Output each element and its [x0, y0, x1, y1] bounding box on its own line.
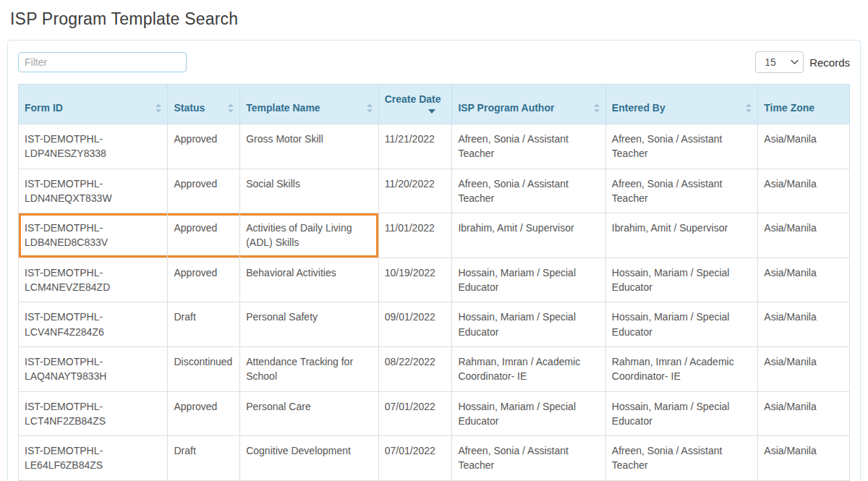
cell-form-id: IST-DEMOTPHL-LAQ4NAYT9833H	[19, 346, 168, 391]
column-header-form-id[interactable]: Form ID	[19, 85, 168, 124]
table-row[interactable]: IST-DEMOTPHL-LDB4NED8C833VApprovedActivi…	[19, 213, 850, 258]
column-header-isp-program-author[interactable]: ISP Program Author	[452, 85, 605, 124]
cell-status: Draft	[168, 302, 240, 347]
page-title: ISP Program Template Search	[10, 9, 868, 29]
cell-template-name: Behavioral Activities	[240, 257, 379, 302]
cell-entered-by: Afreen, Sonia / Assistant Teacher	[605, 169, 757, 213]
table-row[interactable]: IST-DEMOTPHL-LAQ4NAYT9833HDiscontinuedAt…	[19, 346, 850, 391]
cell-entered-by: Rahman, Imran / Academic Coordinator- IE	[605, 346, 757, 391]
cell-status: Approved	[168, 169, 240, 213]
cell-create-date: 09/01/2022	[378, 302, 452, 347]
cell-template-name: Personal Care	[240, 391, 379, 436]
cell-form-id: IST-DEMOTPHL-LDN4NEQXT833W	[19, 169, 168, 213]
cell-entered-by: Afreen, Sonia / Assistant Teacher	[605, 436, 757, 481]
cell-entered-by: Hossain, Mariam / Special Educator	[605, 391, 757, 436]
cell-create-date: 07/01/2022	[378, 436, 452, 481]
cell-create-date: 11/01/2022	[378, 213, 452, 258]
cell-isp-program-author: Ibrahim, Amit / Supervisor	[452, 213, 605, 258]
table-row[interactable]: IST-DEMOTPHL-LCV4NF4Z284Z6DraftPersonal …	[19, 302, 850, 347]
column-label: ISP Program Author	[458, 102, 554, 114]
cell-isp-program-author: Rahman, Imran / Academic Coordinator- IE	[452, 346, 605, 391]
column-header-time-zone: Time Zone	[758, 85, 850, 124]
cell-status: Approved	[168, 124, 240, 169]
column-header-template-name[interactable]: Template Name	[240, 85, 379, 124]
column-label: Form ID	[25, 102, 63, 114]
cell-create-date: 10/19/2022	[378, 257, 452, 302]
templates-table: Form IDStatusTemplate NameCreate DateISP…	[18, 84, 850, 481]
column-label: Create Date	[385, 93, 441, 105]
search-panel: 15 Records Form IDStatusTemplate NameCre…	[7, 40, 861, 481]
cell-template-name: Activities of Daily Living (ADL) Skills	[240, 213, 379, 258]
column-label: Time Zone	[764, 102, 814, 114]
cell-isp-program-author: Afreen, Sonia / Assistant Teacher	[452, 169, 605, 213]
cell-form-id: IST-DEMOTPHL-LDB4NED8C833V	[19, 213, 168, 258]
column-label: Template Name	[246, 102, 320, 114]
sort-icon	[746, 103, 752, 113]
column-header-status[interactable]: Status	[168, 85, 240, 124]
cell-time-zone: Asia/Manila	[758, 346, 850, 391]
cell-create-date: 11/20/2022	[378, 169, 452, 213]
cell-form-id: IST-DEMOTPHL-LE64LF6ZB84ZS	[19, 436, 168, 481]
cell-entered-by: Hossain, Mariam / Special Educator	[605, 302, 757, 347]
table-row[interactable]: IST-DEMOTPHL-LDP4NESZY8338ApprovedGross …	[19, 124, 850, 169]
cell-isp-program-author: Hossain, Mariam / Special Educator	[452, 302, 605, 347]
records-control: 15 Records	[755, 51, 850, 73]
cell-time-zone: Asia/Manila	[758, 257, 850, 302]
cell-status: Approved	[168, 213, 240, 258]
cell-status: Approved	[168, 391, 240, 436]
cell-time-zone: Asia/Manila	[758, 213, 850, 258]
column-label: Entered By	[612, 102, 665, 114]
column-header-create-date[interactable]: Create Date	[378, 85, 452, 124]
cell-template-name: Gross Motor Skill	[240, 124, 379, 169]
filter-input[interactable]	[18, 52, 187, 72]
table-header-row: Form IDStatusTemplate NameCreate DateISP…	[19, 85, 850, 124]
cell-time-zone: Asia/Manila	[758, 124, 850, 169]
table-row[interactable]: IST-DEMOTPHL-LCT4NF2ZB84ZSApprovedPerson…	[19, 391, 850, 436]
cell-create-date: 08/22/2022	[378, 346, 452, 391]
cell-template-name: Attendance Tracking for School	[240, 346, 379, 391]
cell-template-name: Social Skills	[240, 169, 379, 213]
cell-create-date: 07/01/2022	[378, 391, 452, 436]
cell-form-id: IST-DEMOTPHL-LDP4NESZY8338	[19, 124, 168, 169]
cell-isp-program-author: Afreen, Sonia / Assistant Teacher	[452, 436, 605, 481]
cell-time-zone: Asia/Manila	[758, 391, 850, 436]
records-select[interactable]: 15	[755, 51, 804, 73]
cell-isp-program-author: Hossain, Mariam / Special Educator	[452, 391, 605, 436]
cell-time-zone: Asia/Manila	[758, 169, 850, 213]
cell-status: Draft	[168, 436, 240, 481]
table-row[interactable]: IST-DEMOTPHL-LE64LF6ZB84ZSDraftCognitive…	[19, 436, 850, 481]
cell-status: Discontinued	[168, 346, 240, 391]
cell-entered-by: Ibrahim, Amit / Supervisor	[605, 213, 757, 258]
cell-time-zone: Asia/Manila	[758, 302, 850, 347]
cell-isp-program-author: Afreen, Sonia / Assistant Teacher	[452, 124, 605, 169]
cell-form-id: IST-DEMOTPHL-LCM4NEVZE84ZD	[19, 257, 168, 302]
table-body: IST-DEMOTPHL-LDP4NESZY8338ApprovedGross …	[19, 124, 850, 481]
sort-icon	[156, 103, 161, 113]
records-label: Records	[809, 56, 850, 69]
sort-icon	[228, 103, 234, 113]
column-header-entered-by[interactable]: Entered By	[605, 85, 757, 124]
table-row[interactable]: IST-DEMOTPHL-LDN4NEQXT833WApprovedSocial…	[19, 169, 850, 213]
cell-time-zone: Asia/Manila	[758, 436, 850, 481]
cell-entered-by: Hossain, Mariam / Special Educator	[605, 257, 757, 302]
sort-icon	[594, 103, 600, 113]
cell-template-name: Cognitive Development	[240, 436, 379, 481]
cell-form-id: IST-DEMOTPHL-LCT4NF2ZB84ZS	[19, 391, 168, 436]
column-label: Status	[174, 102, 205, 114]
cell-create-date: 11/21/2022	[378, 124, 452, 169]
cell-entered-by: Afreen, Sonia / Assistant Teacher	[605, 124, 757, 169]
cell-template-name: Personal Safety	[240, 302, 379, 347]
table-row[interactable]: IST-DEMOTPHL-LCM4NEVZE84ZDApprovedBehavi…	[19, 257, 850, 302]
cell-isp-program-author: Hossain, Mariam / Special Educator	[452, 257, 605, 302]
cell-status: Approved	[168, 257, 240, 302]
sort-icon	[367, 103, 373, 113]
sort-descending-icon	[428, 109, 435, 114]
cell-form-id: IST-DEMOTPHL-LCV4NF4Z284Z6	[19, 302, 168, 347]
table-toolbar: 15 Records	[18, 51, 850, 73]
